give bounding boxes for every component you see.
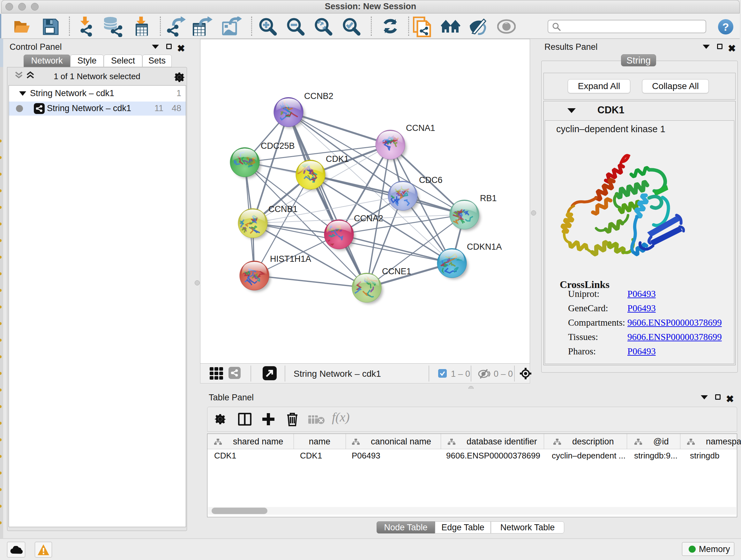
svg-text:CCNB1: CCNB1 xyxy=(268,204,298,214)
svg-text:CDC6: CDC6 xyxy=(419,175,443,185)
svg-text:CCNE1: CCNE1 xyxy=(382,266,411,276)
svg-text:CCNB2: CCNB2 xyxy=(304,91,333,101)
svg-text:CDKN1A: CDKN1A xyxy=(467,242,502,252)
svg-text:CCNA2: CCNA2 xyxy=(354,213,383,223)
svg-text:HIST1H1A: HIST1H1A xyxy=(270,254,311,264)
svg-text:CDC25B: CDC25B xyxy=(261,141,295,151)
svg-text:CDK1: CDK1 xyxy=(326,154,349,164)
svg-text:CCNA1: CCNA1 xyxy=(406,123,435,133)
svg-text:RB1: RB1 xyxy=(480,193,497,203)
